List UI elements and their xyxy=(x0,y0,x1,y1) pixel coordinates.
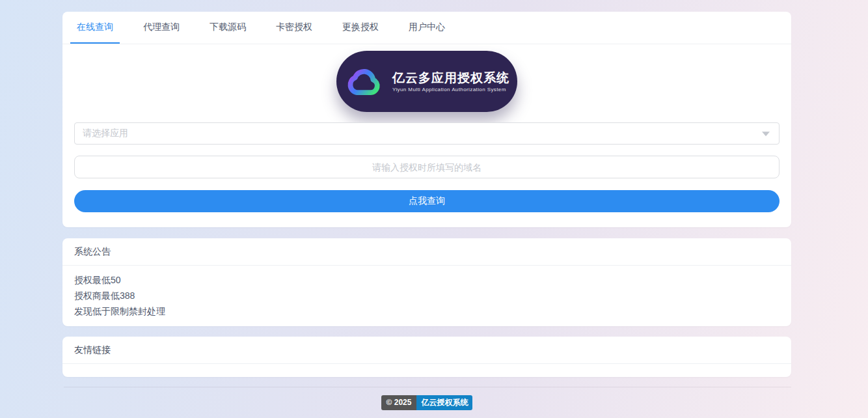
announcement-line: 授权商最低388 xyxy=(74,288,780,303)
query-card: 在线查询 代理查询 下载源码 卡密授权 更换授权 用户中心 xyxy=(62,12,791,227)
app-select[interactable]: 请选择应用 xyxy=(74,122,780,145)
chevron-down-icon xyxy=(762,132,770,136)
tab-bar: 在线查询 代理查询 下载源码 卡密授权 更换授权 用户中心 xyxy=(62,12,791,44)
tab-agent-query[interactable]: 代理查询 xyxy=(137,12,186,44)
tab-download-source[interactable]: 下载源码 xyxy=(203,12,252,44)
domain-input[interactable] xyxy=(74,156,780,178)
friend-links-title: 友情链接 xyxy=(62,337,791,364)
announcement-card: 系统公告 授权最低50 授权商最低388 发现低于限制禁封处理 xyxy=(62,238,791,326)
brand-logo: 亿云多应用授权系统 Yiyun Multi Application Author… xyxy=(336,51,517,112)
announcement-line: 授权最低50 xyxy=(74,272,780,288)
friend-links-body xyxy=(62,364,791,377)
copyright-site: 亿云授权系统 xyxy=(416,395,472,410)
copyright-year: © 2025 xyxy=(381,395,417,410)
query-form: 亿云多应用授权系统 Yiyun Multi Application Author… xyxy=(62,44,791,227)
tab-online-query[interactable]: 在线查询 xyxy=(70,12,120,44)
announcement-title: 系统公告 xyxy=(62,238,791,266)
friend-links-card: 友情链接 xyxy=(62,337,791,377)
footer-divider xyxy=(64,387,791,387)
tab-card-key-auth[interactable]: 卡密授权 xyxy=(269,12,319,44)
logo-subtitle: Yiyun Multi Application Authorization Sy… xyxy=(392,86,509,93)
copyright-badge[interactable]: © 2025 亿云授权系统 xyxy=(381,395,473,410)
footer: © 2025 亿云授权系统 xyxy=(62,395,791,410)
tab-user-center[interactable]: 用户中心 xyxy=(402,12,452,44)
page-container: 在线查询 代理查询 下载源码 卡密授权 更换授权 用户中心 xyxy=(62,12,791,410)
logo-title: 亿云多应用授权系统 xyxy=(392,70,509,86)
query-button[interactable]: 点我查询 xyxy=(74,190,780,212)
app-select-placeholder: 请选择应用 xyxy=(83,128,128,139)
announcement-body: 授权最低50 授权商最低388 发现低于限制禁封处理 xyxy=(62,266,791,326)
tab-change-auth[interactable]: 更换授权 xyxy=(336,12,385,44)
logo-text: 亿云多应用授权系统 Yiyun Multi Application Author… xyxy=(392,70,509,93)
cloud-logo-icon xyxy=(344,63,385,100)
announcement-line: 发现低于限制禁封处理 xyxy=(74,303,780,319)
logo-row: 亿云多应用授权系统 Yiyun Multi Application Author… xyxy=(74,51,780,112)
